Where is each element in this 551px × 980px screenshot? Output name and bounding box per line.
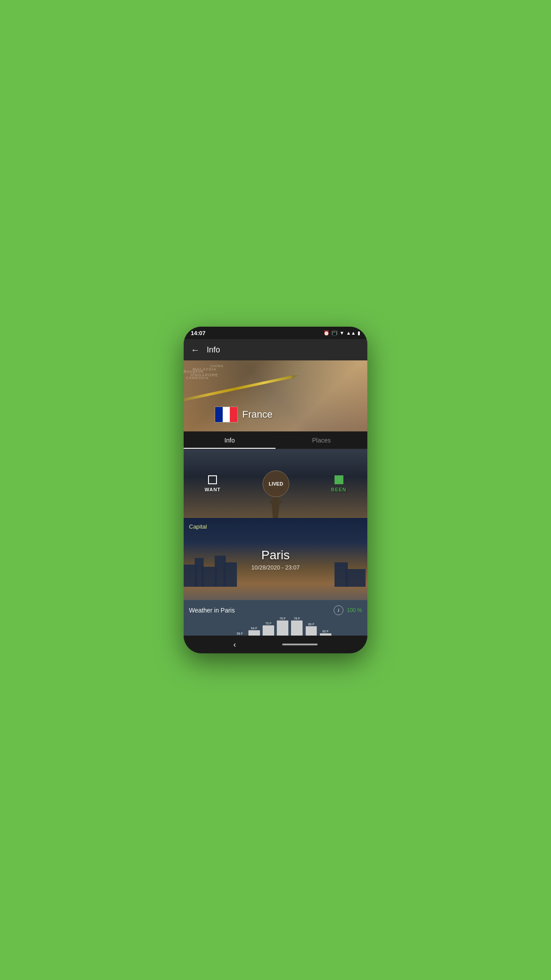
been-label: BEEN bbox=[331, 487, 346, 492]
temp-high-M: 64 F bbox=[251, 627, 257, 630]
bar-white-J bbox=[263, 625, 274, 636]
lived-badge[interactable]: LIVED bbox=[263, 470, 289, 497]
wlb-buttons: WANT LIVED BEEN bbox=[184, 449, 367, 518]
france-flag bbox=[215, 407, 238, 423]
capital-section: Capital Paris 10/28/2020 - 23:07 bbox=[184, 518, 367, 600]
city-datetime: 10/28/2020 - 23:07 bbox=[251, 564, 299, 570]
weather-title: Weather in Paris bbox=[189, 607, 235, 614]
weather-controls: i 100 % bbox=[334, 605, 362, 615]
want-button[interactable]: WANT bbox=[205, 475, 220, 492]
flag-white bbox=[223, 407, 230, 422]
temp-high-A: 58 F bbox=[237, 632, 243, 635]
back-button[interactable]: ← bbox=[191, 345, 200, 355]
lived-badge-text: LIVED bbox=[269, 481, 283, 486]
weather-chart: 44 F 35 F J 45 F 35 F F 53 F 39 F M 58 F… bbox=[189, 619, 362, 636]
temp-high-A: 76 F bbox=[294, 617, 300, 620]
weather-bar-O: 60 F 48 F O bbox=[319, 630, 333, 636]
temp-high-J: 70 F bbox=[265, 622, 272, 625]
map-text-3: CHINA bbox=[210, 364, 224, 368]
flag-red bbox=[230, 407, 237, 422]
been-button[interactable]: BEEN bbox=[331, 475, 346, 492]
country-hero: MALAYSIA SINGAPORE CHINA Bangkok CAMBODI… bbox=[184, 360, 367, 431]
weather-percentage: 100 % bbox=[347, 607, 362, 613]
tab-places[interactable]: Places bbox=[276, 431, 367, 449]
alarm-icon: ⏰ bbox=[323, 330, 330, 336]
nav-bar: ‹ bbox=[184, 636, 367, 653]
hero-background: MALAYSIA SINGAPORE CHINA Bangkok CAMBODI… bbox=[184, 360, 367, 431]
weather-bar-J: 70 F 55 F J bbox=[261, 622, 276, 636]
app-title: Info bbox=[207, 345, 220, 355]
bar-white-J bbox=[277, 620, 288, 636]
bar-white-A bbox=[291, 620, 303, 636]
map-text-5: CAMBODIA bbox=[186, 376, 209, 380]
notch bbox=[249, 327, 302, 336]
weather-bar-A: 58 F 43 F A bbox=[233, 632, 247, 636]
vibrate-icon: 📳 bbox=[331, 330, 338, 336]
nav-back-button[interactable]: ‹ bbox=[233, 640, 236, 649]
signal-icon: ▲▲ bbox=[346, 330, 356, 336]
been-checkbox[interactable] bbox=[335, 475, 343, 484]
battery-icon: ▮ bbox=[358, 330, 360, 336]
city-info: Paris 10/28/2020 - 23:07 bbox=[251, 548, 299, 570]
country-name: France bbox=[242, 409, 272, 420]
tab-info[interactable]: Info bbox=[184, 431, 276, 449]
home-indicator[interactable] bbox=[282, 644, 318, 645]
temp-high-O: 60 F bbox=[323, 630, 329, 633]
weather-header: Weather in Paris i 100 % bbox=[189, 605, 362, 615]
weather-bar-A: 76 F 58 F A bbox=[290, 617, 304, 636]
status-time: 14:07 bbox=[191, 330, 205, 336]
wifi-icon: ▼ bbox=[339, 330, 344, 336]
weather-bar-M: 53 F 39 F M bbox=[218, 635, 232, 636]
weather-info-icon[interactable]: i bbox=[334, 605, 343, 615]
country-label: France bbox=[215, 407, 272, 423]
travel-status-section: WANT LIVED BEEN bbox=[184, 449, 367, 518]
temp-high-J: 76 F bbox=[279, 617, 286, 620]
map-text-4: Bangkok bbox=[184, 369, 204, 374]
capital-label: Capital bbox=[189, 523, 207, 530]
status-icons: ⏰ 📳 ▼ ▲▲ ▮ bbox=[323, 330, 360, 336]
lived-button[interactable]: LIVED bbox=[263, 470, 289, 497]
weather-bar-M: 64 F 49 F M bbox=[247, 627, 261, 636]
temp-high-M: 53 F bbox=[222, 635, 228, 636]
flag-blue bbox=[215, 407, 223, 422]
city-name-text: Paris bbox=[251, 548, 299, 562]
pen-tip bbox=[291, 374, 299, 379]
content-area: MALAYSIA SINGAPORE CHINA Bangkok CAMBODI… bbox=[184, 360, 367, 636]
want-checkbox[interactable] bbox=[208, 475, 217, 484]
temp-high-S: 69 F bbox=[308, 623, 314, 626]
weather-bar-J: 76 F 59 F J bbox=[276, 617, 290, 636]
tab-bar: Info Places bbox=[184, 431, 367, 449]
weather-bar-S: 69 F 54 F S bbox=[304, 623, 318, 636]
bar-white-S bbox=[306, 626, 317, 636]
bar-white-O bbox=[320, 633, 331, 636]
app-bar: ← Info bbox=[184, 339, 367, 360]
phone-frame: 14:07 ⏰ 📳 ▼ ▲▲ ▮ ← Info MALAYSIA SINGAPO… bbox=[184, 327, 367, 653]
weather-section: Weather in Paris i 100 % 44 F 35 F J 45 … bbox=[184, 600, 367, 636]
bar-white-M bbox=[248, 630, 260, 636]
want-label: WANT bbox=[205, 487, 220, 492]
